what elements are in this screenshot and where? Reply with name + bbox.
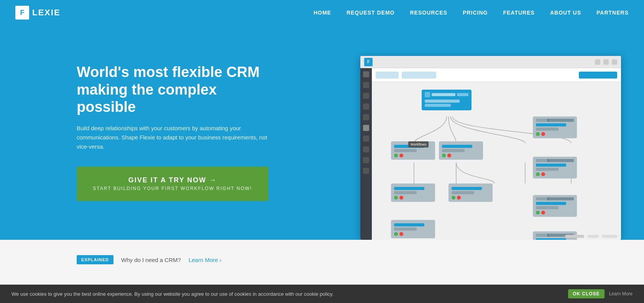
- app-toolbar: [372, 68, 621, 82]
- sidebar-icon-2[interactable]: [363, 93, 369, 99]
- toolbar-action-btn[interactable]: [579, 72, 617, 79]
- cookie-bar: We use cookies to give you the best onli…: [0, 285, 644, 303]
- wf-node-e[interactable]: [391, 183, 435, 202]
- logo-icon: F: [15, 6, 29, 20]
- sidebar-icon-8[interactable]: [363, 157, 369, 163]
- toolbar-pill-1: [376, 72, 399, 79]
- workflow-tooltip: Workflows: [408, 141, 429, 147]
- hero-content: World's most flexible CRM making the com…: [77, 48, 276, 201]
- wf-node-f[interactable]: [449, 183, 493, 202]
- toolbar-pill-2: [402, 72, 436, 79]
- wf-node-c[interactable]: [533, 116, 577, 138]
- sidebar-icon-5[interactable]: [363, 125, 369, 131]
- cta-sub-label: START BUILDING YOUR FIRST WORKFLOW RIGHT…: [93, 186, 252, 191]
- nav-about-us[interactable]: ABOUT US: [550, 10, 581, 16]
- win-minimize[interactable]: [595, 59, 600, 65]
- hero-description: Build deep relationships with your custo…: [77, 124, 276, 151]
- workflow-canvas: Workflows: [372, 82, 621, 240]
- sidebar-icon-1[interactable]: [363, 82, 369, 88]
- hero-section: World's most flexible CRM making the com…: [0, 25, 644, 240]
- app-window: F: [360, 56, 621, 240]
- app-titlebar: F: [360, 56, 621, 68]
- nav-home[interactable]: HOME: [314, 10, 331, 16]
- app-sidebar: [360, 68, 372, 240]
- logo-name: LEXIE: [32, 8, 61, 18]
- cookie-text: We use cookies to give you the best onli…: [12, 291, 564, 297]
- sidebar-icon-3[interactable]: [363, 103, 369, 110]
- app-main: Workflows: [372, 68, 621, 240]
- cta-button[interactable]: GIVE IT A TRY NOW → START BUILDING YOUR …: [77, 167, 268, 201]
- win-maximize[interactable]: [603, 59, 609, 65]
- nav-pricing[interactable]: PRICING: [463, 10, 488, 16]
- main-nav: HOME REQUEST DEMO RESOURCES PRICING FEAT…: [314, 10, 629, 16]
- wf-node-b[interactable]: [439, 141, 483, 160]
- nav-features[interactable]: FEATURES: [503, 10, 534, 16]
- sidebar-toggle[interactable]: [363, 71, 369, 77]
- explained-text: Why do I need a CRM?: [121, 257, 181, 263]
- nav-resources[interactable]: RESOURCES: [410, 10, 447, 16]
- sidebar-icon-9[interactable]: [363, 168, 369, 174]
- learn-more-link[interactable]: Learn More ›: [189, 257, 222, 263]
- hero-title: World's most flexible CRM making the com…: [77, 64, 276, 116]
- wf-node-g[interactable]: [533, 195, 577, 217]
- app-logo: F: [364, 58, 373, 66]
- wf-node-i[interactable]: [391, 220, 435, 238]
- wf-node-d[interactable]: [533, 157, 577, 179]
- header: F LEXIE HOME REQUEST DEMO RESOURCES PRIC…: [0, 0, 644, 25]
- win-close[interactable]: [612, 59, 617, 65]
- connections-svg: [372, 82, 621, 240]
- wf-node-main[interactable]: [422, 90, 472, 110]
- nav-request-demo[interactable]: REQUEST DEMO: [347, 10, 395, 16]
- sidebar-icon-4[interactable]: [363, 114, 369, 120]
- app-body: Workflows: [360, 68, 621, 240]
- explained-section: EXPLAINED Why do I need a CRM? Learn Mor…: [0, 240, 644, 280]
- cta-main-label: GIVE IT A TRY NOW →: [128, 176, 217, 184]
- sidebar-icon-6[interactable]: [363, 136, 369, 142]
- scrollbar-area: [565, 235, 617, 238]
- explained-badge: EXPLAINED: [77, 255, 113, 264]
- sidebar-icon-7[interactable]: [363, 146, 369, 152]
- app-screenshot: F: [291, 48, 621, 240]
- logo[interactable]: F LEXIE: [15, 6, 61, 20]
- cookie-learn-link[interactable]: Learn More: [609, 291, 632, 296]
- cookie-ok-button[interactable]: OK CLOSE: [568, 289, 605, 298]
- nav-partners[interactable]: PARTNERS: [596, 10, 629, 16]
